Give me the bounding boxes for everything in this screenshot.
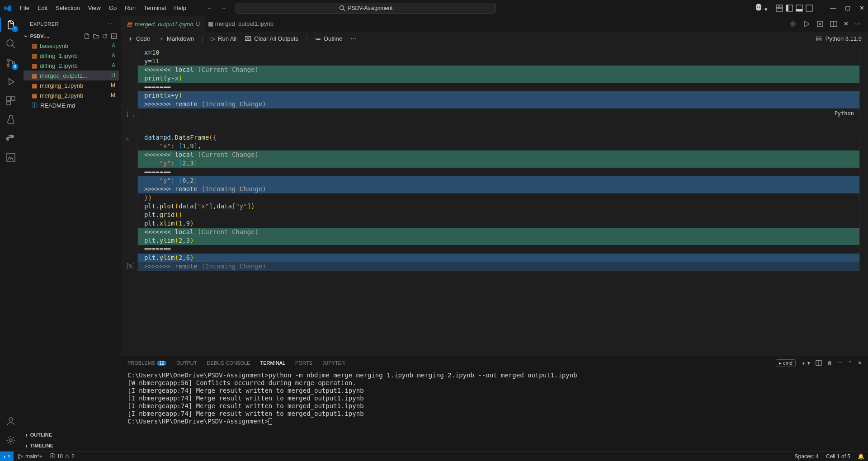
more-tab-icon[interactable]: ⋯	[855, 20, 861, 28]
refresh-icon[interactable]	[102, 33, 108, 39]
menu-file[interactable]: File	[16, 3, 33, 13]
run-all-button[interactable]: ▷ Run All	[211, 35, 236, 42]
collapse-icon[interactable]	[111, 33, 117, 39]
outline-section[interactable]: OUTLINE	[22, 429, 121, 440]
cell-status[interactable]: Cell 1 of 5	[822, 453, 854, 460]
new-terminal-icon[interactable]: ＋ ▾	[801, 360, 810, 367]
close-panel-icon[interactable]: ✕	[858, 360, 862, 366]
settings-icon[interactable]	[5, 435, 16, 446]
clear-outputs-button[interactable]: ⌧ Clear All Outputs	[245, 35, 298, 42]
sidebar-more-icon[interactable]: ⋯	[108, 21, 113, 27]
explorer-icon[interactable]: 1	[5, 19, 16, 30]
file-merged_output1...[interactable]: ▦merged_output1...U	[24, 71, 119, 80]
close-icon[interactable]: ✕	[859, 5, 864, 11]
server-icon	[816, 36, 822, 42]
maximize-panel-icon[interactable]: ⌃	[848, 360, 852, 366]
scm-icon[interactable]: 8	[5, 57, 16, 68]
copilot-icon[interactable]: ▾	[755, 3, 768, 13]
panel-tab-output[interactable]: OUTPUT	[176, 358, 197, 368]
title-bar: File Edit Selection View Go Run Terminal…	[0, 0, 868, 16]
bell-icon[interactable]: 🔔	[854, 453, 868, 460]
cell-exec-count: [ ]	[126, 111, 136, 118]
testing-icon[interactable]	[5, 114, 16, 125]
command-center[interactable]: PSDV-Assignment	[236, 3, 496, 14]
search-icon[interactable]	[5, 38, 16, 49]
minimize-icon[interactable]: ―	[830, 5, 836, 11]
run-cell-icon[interactable]: ▷	[126, 136, 129, 142]
tab-label: merged_output1.ipynb	[135, 21, 193, 28]
menu-run[interactable]: Run	[121, 3, 139, 13]
menu-edit[interactable]: Edit	[34, 3, 51, 13]
notebook-toolbar: ＋ Code ＋ Markdown ▷ Run All ⌧ Clear All …	[121, 32, 868, 46]
file-README.md[interactable]: ⓘREADME.md	[24, 100, 119, 110]
svg-point-13	[7, 65, 9, 67]
notebook-icon: ▦	[127, 21, 132, 28]
panel-right-icon[interactable]	[806, 5, 813, 12]
menu-help[interactable]: Help	[170, 3, 190, 13]
terminal-body[interactable]: C:\Users\HP\OneDrive\PSDV-Assignment>pyt…	[121, 370, 868, 451]
svg-rect-28	[816, 37, 821, 38]
split-terminal-icon[interactable]	[816, 360, 822, 366]
panel-more-icon[interactable]: ⋯	[838, 360, 843, 366]
nav-forward-icon[interactable]: →	[221, 5, 226, 11]
terminal-shell[interactable]: ▸ cmd	[776, 359, 796, 367]
timeline-section[interactable]: TIMELINE	[22, 440, 121, 451]
menu-terminal[interactable]: Terminal	[140, 3, 170, 13]
layout-icon[interactable]	[776, 5, 783, 12]
cell-lang[interactable]: Python	[138, 108, 859, 119]
new-file-icon[interactable]	[84, 33, 90, 39]
extensions-icon[interactable]	[5, 95, 16, 106]
panel-bottom-icon[interactable]	[796, 5, 803, 12]
gear-icon[interactable]	[789, 20, 797, 28]
new-folder-icon[interactable]	[93, 33, 99, 39]
python-icon[interactable]	[5, 133, 16, 144]
tab-merged-output[interactable]: ▦ merged_output1.ipynb U	[121, 16, 205, 32]
panel-tab-problems[interactable]: PROBLEMS12	[127, 358, 166, 368]
panel-tab-debug[interactable]: DEBUG CONSOLE	[207, 358, 250, 368]
tree-root[interactable]: PSDV-...	[24, 32, 119, 41]
file-diffing_2.ipynb[interactable]: ▦diffing_2.ipynbA	[24, 61, 119, 71]
file-merging_2.ipynb[interactable]: ▦merging_2.ipynbM	[24, 90, 119, 100]
outline-button[interactable]: ≔ Outline	[315, 35, 342, 42]
jupyter-activity-icon[interactable]	[5, 152, 16, 163]
problems-status[interactable]: ⓧ10 ⚠2	[46, 452, 78, 460]
panel-tab-terminal[interactable]: TERMINAL	[260, 358, 285, 368]
svg-point-33	[18, 457, 20, 459]
account-icon[interactable]	[5, 416, 16, 427]
trash-icon[interactable]: 🗑	[827, 360, 832, 366]
menu-go[interactable]: Go	[105, 3, 120, 13]
add-code-button[interactable]: ＋ Code	[127, 35, 150, 43]
toolbar-more-icon[interactable]: ⋯	[350, 35, 356, 42]
code-cell-2[interactable]: ▷ data=pd.DataFrame({ "x": [1,9], <<<<<<…	[137, 133, 860, 271]
split-icon[interactable]	[830, 20, 837, 28]
code-cell-1[interactable]: x=10 y=11 <<<<<<< local (Current Change)…	[137, 48, 860, 119]
file-diffing_1.ipynb[interactable]: ▦diffing_1.ipynbA	[24, 51, 119, 61]
menu-selection[interactable]: Selection	[52, 3, 83, 13]
add-markdown-button[interactable]: ＋ Markdown	[158, 35, 194, 43]
svg-point-10	[7, 40, 13, 46]
notebook-body[interactable]: x=10 y=11 <<<<<<< local (Current Change)…	[121, 46, 868, 356]
variables-icon[interactable]	[816, 20, 824, 28]
branch-status[interactable]: main*+	[14, 453, 46, 460]
kernel-selector[interactable]: Python 3.11.9	[826, 35, 862, 42]
remote-button[interactable]	[0, 452, 14, 461]
nav-back-icon[interactable]: ←	[207, 5, 212, 11]
debug-icon[interactable]	[5, 76, 16, 87]
spaces-status[interactable]: Spaces: 4	[791, 453, 822, 460]
panel-tab-ports[interactable]: PORTS	[295, 358, 312, 368]
breadcrumb[interactable]: ▦ merged_output1.ipynb	[205, 20, 274, 27]
tab-status: U	[196, 21, 200, 27]
svg-point-34	[21, 456, 23, 457]
menu-view[interactable]: View	[85, 3, 104, 13]
file-merging_1.ipynb[interactable]: ▦merging_1.ipynbM	[24, 80, 119, 90]
file-base.ipynb[interactable]: ▦base.ipynbA	[24, 41, 119, 51]
panel-tab-jupyter[interactable]: JUPYTER	[322, 358, 345, 368]
maximize-icon[interactable]: ▢	[845, 5, 850, 11]
close-tab-icon[interactable]: ✕	[844, 20, 849, 28]
run-icon[interactable]	[803, 20, 810, 28]
panel: PROBLEMS12 OUTPUT DEBUG CONSOLE TERMINAL…	[121, 356, 868, 451]
panel-left-icon[interactable]	[786, 5, 793, 12]
editor-area: ▦ merged_output1.ipynb U ▦ merged_output…	[121, 16, 868, 451]
editor-tabs: ▦ merged_output1.ipynb U ▦ merged_output…	[121, 16, 868, 32]
svg-point-0	[340, 5, 344, 9]
